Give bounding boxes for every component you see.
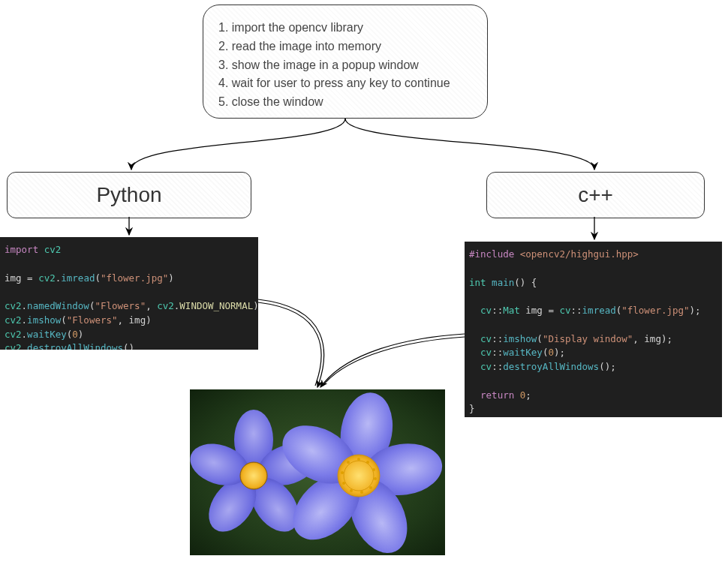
cpp-label: c++: [578, 183, 613, 207]
svg-point-17: [366, 461, 369, 464]
code-line: cv2.namedWindow("Flowers", cv2.WINDOW_NO…: [5, 299, 254, 314]
svg-point-21: [360, 491, 363, 494]
svg-point-22: [350, 489, 353, 492]
python-code-block: import cv2 img = cv2.imread("flower.jpg"…: [0, 237, 258, 350]
svg-point-19: [374, 477, 377, 480]
python-label-box: Python: [7, 172, 251, 218]
code-line: int main() {: [469, 276, 717, 290]
code-line: [469, 290, 717, 304]
step-line: 3. show the image in a popup window: [218, 56, 472, 75]
code-line: [469, 262, 717, 276]
svg-point-25: [347, 461, 350, 464]
step-line: 2. read the image into memory: [218, 38, 472, 56]
code-line: cv::imshow("Display window", img);: [469, 332, 717, 347]
code-line: [469, 374, 717, 389]
step-line: 4. wait for user to press any key to con…: [218, 74, 472, 93]
steps-box: 1. import the opencv library2. read the …: [203, 5, 488, 119]
code-line: img = cv2.imread("flower.jpg"): [5, 272, 254, 286]
code-line: import cv2: [5, 243, 254, 257]
step-line: 5. close the window: [218, 93, 472, 112]
code-line: return 0;: [469, 389, 717, 403]
code-line: }: [469, 402, 717, 416]
code-line: cv2.imshow("Flowers", img): [5, 314, 254, 328]
flower-image: [190, 389, 445, 555]
code-line: [5, 257, 254, 272]
python-label: Python: [96, 183, 161, 207]
cpp-label-box: c++: [486, 172, 705, 218]
svg-point-20: [369, 486, 372, 489]
step-line: 1. import the opencv library: [218, 19, 472, 38]
code-line: cv::Mat img = cv::imread("flower.jpg");: [469, 304, 717, 318]
svg-point-16: [357, 458, 360, 461]
code-line: [469, 318, 717, 332]
svg-point-24: [341, 471, 344, 474]
svg-point-23: [342, 482, 345, 485]
code-line: cv2.destroyAllWindows(): [5, 341, 254, 350]
cpp-code-block: #include <opencv2/highgui.hpp> int main(…: [465, 242, 722, 417]
code-line: cv::destroyAllWindows();: [469, 360, 717, 374]
code-line: cv2.waitKey(0): [5, 328, 254, 342]
code-line: [5, 285, 254, 299]
svg-point-18: [372, 468, 375, 471]
code-line: #include <opencv2/highgui.hpp>: [469, 248, 717, 262]
code-line: cv::waitKey(0);: [469, 346, 717, 360]
